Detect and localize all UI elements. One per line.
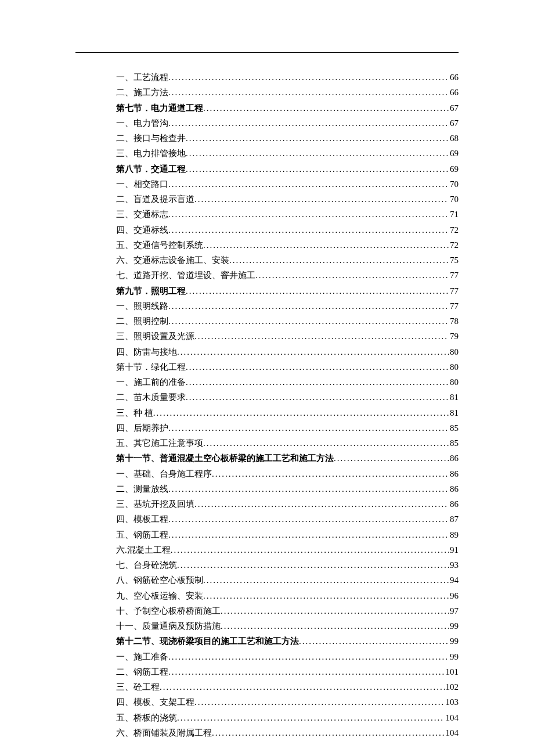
toc-leader-dots: [203, 100, 449, 116]
toc-entry: 二、苗木质量要求81: [116, 390, 459, 405]
toc-entry-label: 三、基坑开挖及回填: [116, 496, 194, 512]
toc-entry: 三、照明设置及光源79: [116, 329, 459, 344]
toc-leader-dots: [168, 222, 449, 237]
toc-entry: 第七节．电力通道工程67: [116, 100, 459, 116]
toc-entry-label: 一、电力管沟: [116, 116, 168, 131]
toc-entry: 五、钢筋工程89: [116, 527, 459, 542]
toc-leader-dots: [186, 375, 449, 390]
toc-entry-label: 六、交通标志设备施工、安装: [116, 253, 229, 268]
toc-entry: 四、模板、支架工程103: [116, 694, 459, 710]
toc-leader-dots: [212, 725, 445, 740]
toc-entry-label: 一、相交路口: [116, 177, 168, 192]
toc-entry-label: 七、台身砼浇筑: [116, 557, 177, 573]
toc-entry-label: 二、钢筋工程: [116, 664, 168, 679]
toc-entry-label: 第十一节、普通混凝土空心板桥梁的施工工艺和施工方法: [116, 451, 334, 466]
toc-entry-label: 五、其它施工注意事项: [116, 435, 203, 451]
document-page: 一、工艺流程66二、施工方法66第七节．电力通道工程67一、电力管沟67二、接口…: [0, 0, 534, 756]
toc-leader-dots: [194, 496, 449, 512]
toc-entry: 三、基坑开挖及回填86: [116, 496, 459, 512]
toc-entry-label: 第十节．绿化工程: [116, 359, 186, 375]
toc-entry: 八、钢筋砼空心板预制94: [116, 573, 459, 588]
toc-entry-page: 87: [449, 512, 459, 527]
toc-entry-label: 三、电力排管接地: [116, 146, 186, 161]
toc-entry-label: 二、接口与检查井: [116, 131, 186, 146]
toc-leader-dots: [168, 314, 449, 329]
toc-leader-dots: [168, 664, 445, 679]
toc-entry-page: 101: [445, 664, 459, 679]
toc-leader-dots: [168, 420, 449, 435]
toc-leader-dots: [168, 527, 449, 542]
toc-leader-dots: [203, 573, 449, 588]
toc-entry-page: 99: [449, 649, 459, 664]
toc-entry-label: 三、交通标志: [116, 207, 168, 222]
toc-entry-page: 94: [449, 573, 459, 588]
toc-entry: 十一、质量通病及预防措施99: [116, 618, 459, 633]
toc-entry: 二、测量放线86: [116, 481, 459, 496]
toc-leader-dots: [168, 85, 449, 100]
toc-entry-page: 72: [449, 237, 459, 253]
toc-entry-page: 66: [449, 85, 459, 100]
toc-leader-dots: [186, 131, 449, 146]
toc-entry-label: 第九节．照明工程: [116, 283, 186, 298]
toc-entry-label: 四、模板、支架工程: [116, 694, 194, 710]
toc-entry: 四、后期养护85: [116, 420, 459, 435]
toc-entry-label: 二、照明控制: [116, 314, 168, 329]
toc-entry: 二、盲道及提示盲道70: [116, 192, 459, 207]
toc-entry-page: 66: [449, 70, 459, 85]
toc-leader-dots: [168, 207, 449, 222]
toc-leader-dots: [186, 390, 449, 405]
toc-entry-label: 第七节．电力通道工程: [116, 100, 203, 116]
toc-entry-label: 一、施工准备: [116, 649, 168, 664]
toc-entry-page: 67: [449, 116, 459, 131]
toc-entry-label: 一、施工前的准备: [116, 375, 186, 390]
toc-entry-label: 二、盲道及提示盲道: [116, 192, 194, 207]
toc-entry: 四、交通标线72: [116, 222, 459, 237]
toc-leader-dots: [194, 192, 449, 207]
toc-entry-page: 75: [449, 253, 459, 268]
toc-entry: 一、电力管沟67: [116, 116, 459, 131]
toc-leader-dots: [168, 512, 449, 527]
toc-entry-page: 77: [449, 298, 459, 314]
toc-entry-label: 三、砼工程: [116, 679, 160, 694]
toc-leader-dots: [212, 466, 449, 481]
toc-entry: 九、空心板运输、安装96: [116, 588, 459, 603]
toc-entry-page: 104: [445, 710, 459, 725]
toc-entry-label: 一、工艺流程: [116, 70, 168, 85]
toc-entry-page: 86: [449, 481, 459, 496]
toc-entry-page: 79: [449, 329, 459, 344]
toc-entry-page: 97: [449, 603, 459, 618]
toc-entry: 五、交通信号控制系统72: [116, 237, 459, 253]
toc-entry: 五、桥板的浇筑104: [116, 710, 459, 725]
toc-entry-label: 五、桥板的浇筑: [116, 710, 177, 725]
toc-entry-page: 68: [449, 131, 459, 146]
toc-entry-page: 85: [449, 435, 459, 451]
toc-entry-page: 99: [449, 633, 459, 649]
toc-entry-page: 77: [449, 268, 459, 283]
toc-entry-page: 80: [449, 359, 459, 375]
toc-entry-page: 102: [445, 679, 459, 694]
toc-entry-label: 四、后期养护: [116, 420, 168, 435]
toc-leader-dots: [168, 116, 449, 131]
toc-entry: 第十一节、普通混凝土空心板桥梁的施工工艺和施工方法86: [116, 451, 459, 466]
toc-entry: 第九节．照明工程77: [116, 283, 459, 298]
toc-entry: 七、道路开挖、管道埋设、窨井施工77: [116, 268, 459, 283]
toc-leader-dots: [177, 344, 449, 359]
toc-entry-label: 第八节．交通工程: [116, 161, 186, 177]
toc-entry: 七、台身砼浇筑93: [116, 557, 459, 573]
toc-entry-label: 十一、质量通病及预防措施: [116, 618, 221, 633]
toc-entry-page: 91: [449, 542, 459, 557]
toc-entry-label: 三、种 植: [116, 405, 153, 420]
toc-entry-page: 72: [449, 222, 459, 237]
toc-leader-dots: [203, 237, 449, 253]
toc-entry: 六.混凝土工程91: [116, 542, 459, 557]
toc-entry: 一、基础、台身施工程序86: [116, 466, 459, 481]
toc-leader-dots: [153, 405, 449, 420]
toc-entry-page: 69: [449, 161, 459, 177]
table-of-contents: 一、工艺流程66二、施工方法66第七节．电力通道工程67一、电力管沟67二、接口…: [116, 70, 459, 740]
toc-leader-dots: [168, 70, 449, 85]
toc-entry-label: 五、交通信号控制系统: [116, 237, 203, 253]
toc-entry: 四、防雷与接地80: [116, 344, 459, 359]
toc-leader-dots: [186, 146, 449, 161]
toc-entry-page: 99: [449, 618, 459, 633]
toc-entry-page: 103: [445, 694, 459, 710]
